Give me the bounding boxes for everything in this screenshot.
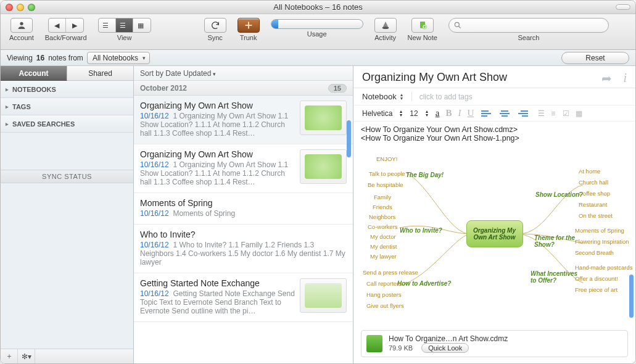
mindmap-leaf: At home	[579, 168, 600, 175]
info-icon[interactable]: i	[623, 71, 627, 86]
note-title: Organizing My Own Art Show	[140, 149, 295, 159]
forward-button[interactable]: ▶	[66, 19, 83, 32]
titlebar: All Notebooks – 16 notes	[1, 1, 635, 14]
sidebar-saved-searches[interactable]: ▸SAVED SEARCHES	[1, 115, 133, 133]
font-select[interactable]: Helvetica	[362, 109, 392, 118]
align-left-button[interactable]	[481, 109, 491, 118]
share-icon[interactable]: ➦	[601, 71, 612, 86]
note-row[interactable]: Getting Started Note Exchange 10/16/12 G…	[134, 273, 353, 322]
sync-status-header[interactable]: SYNC STATUS	[1, 170, 133, 183]
mindmap-leaf: Flowering Inspiration	[575, 238, 629, 245]
minimize-window-button[interactable]	[17, 4, 24, 11]
window-controls	[6, 4, 35, 11]
toolbar-pill-button[interactable]	[616, 4, 630, 10]
underline-button[interactable]: U	[467, 108, 474, 118]
activity-button[interactable]	[374, 18, 397, 33]
mindmap-branch-bigday: The Big Day!	[406, 172, 444, 178]
quick-look-button[interactable]: Quick Look	[421, 343, 469, 353]
attachment-file-icon	[366, 335, 382, 352]
attachment-name: How To Organize…n Art Show.cdmz	[389, 334, 622, 343]
mindmap-leaf: Neighbors	[369, 213, 395, 220]
mindmap-leaf: ENJOY!	[376, 155, 397, 162]
sidebar-footer: ＋ ✻▾	[1, 349, 133, 363]
notebook-select[interactable]: Notebook ▴▾	[362, 92, 403, 101]
usage-bar[interactable]	[271, 19, 363, 29]
main-area: Account Shared ▸NOTEBOOKS ▸TAGS ▸SAVED S…	[1, 66, 635, 363]
view-card-button[interactable]: ▦	[133, 19, 151, 32]
back-button[interactable]: ◀	[49, 19, 66, 32]
backforward-tool: ◀ ▶ Back/Forward	[45, 18, 87, 41]
search-icon	[453, 21, 462, 30]
note-title: Moments of Spring	[140, 198, 347, 208]
viewing-count: 16	[36, 54, 44, 62]
group-count-badge: 15	[328, 84, 347, 93]
view-tool: ☰ ☰ ▦ View	[98, 18, 151, 41]
new-note-button[interactable]	[411, 18, 434, 33]
align-center-button[interactable]	[500, 109, 510, 118]
search-input[interactable]	[448, 18, 609, 33]
sidebar-tab-account[interactable]: Account	[1, 66, 67, 81]
mindmap-leaf: On the street	[579, 212, 613, 219]
settings-gear-button[interactable]: ✻▾	[18, 349, 35, 363]
sidebar-tags[interactable]: ▸TAGS	[1, 98, 133, 115]
trunk-label: Trunk	[240, 34, 257, 41]
mindmap-leaf: Call reporters	[366, 280, 402, 287]
detail-title[interactable]: Organizing My Own Art Show	[362, 71, 627, 84]
trunk-tool: Trunk	[237, 18, 260, 41]
list-scrollbar[interactable]	[347, 120, 351, 157]
close-window-button[interactable]	[6, 4, 13, 11]
zoom-window-button[interactable]	[28, 4, 35, 11]
bullet-list-button[interactable]: ☰	[538, 109, 545, 118]
reset-button[interactable]: Reset	[561, 52, 629, 64]
sync-button[interactable]	[204, 18, 226, 33]
mindmap-leaf: Offer a discount!	[575, 275, 618, 282]
account-tool: Account	[9, 18, 34, 41]
note-items[interactable]: Organizing My Own Art Show 10/16/12 1 Or…	[134, 96, 353, 363]
font-color-button[interactable]: a	[436, 108, 440, 118]
add-button[interactable]: ＋	[1, 349, 18, 363]
trunk-button[interactable]	[237, 18, 260, 33]
sidebar-notebooks-label: NOTEBOOKS	[12, 86, 56, 93]
sidebar-saved-label: SAVED SEARCHES	[12, 120, 75, 128]
note-row[interactable]: Organizing My Own Art Show 10/16/12 1 Or…	[134, 144, 353, 193]
notebook-label: Notebook	[362, 92, 397, 101]
note-thumbnail	[300, 101, 347, 135]
mindmap-leaf: Hang posters	[366, 291, 402, 298]
checkbox-button[interactable]: ☑	[563, 109, 569, 118]
scope-select[interactable]: All Notebooks	[87, 52, 150, 64]
note-thumbnail	[300, 278, 347, 313]
sort-label: Sort by Date Updated	[140, 69, 211, 78]
bold-button[interactable]: B	[445, 108, 452, 118]
view-snippet-button[interactable]: ☰	[116, 19, 133, 32]
table-button[interactable]: ▦	[576, 109, 582, 118]
body-line: <How To Organize Your Own Art Show.cdmz>	[361, 125, 628, 134]
view-list-button[interactable]: ☰	[99, 19, 116, 32]
number-list-button[interactable]: ≡	[551, 109, 555, 118]
note-title: Who to Invite?	[140, 230, 347, 239]
align-buttons	[481, 109, 531, 118]
svg-point-4	[455, 22, 459, 27]
note-title: Organizing My Own Art Show	[140, 101, 295, 110]
note-row[interactable]: Who to Invite? 10/16/12 1 Who to Invite?…	[134, 225, 353, 273]
size-stepper[interactable]: ▴▾	[426, 110, 428, 117]
sidebar-notebooks[interactable]: ▸NOTEBOOKS	[1, 81, 133, 98]
sidebar-tab-shared[interactable]: Shared	[67, 66, 133, 81]
mindmap-leaf: Family	[374, 194, 391, 201]
italic-button[interactable]: I	[458, 108, 461, 118]
size-select[interactable]: 12	[410, 109, 418, 118]
sort-header[interactable]: Sort by Date Updated▾	[134, 66, 353, 81]
note-row[interactable]: Moments of Spring 10/16/12 Moments of Sp…	[134, 193, 353, 225]
tags-input[interactable]: click to add tags	[411, 93, 473, 101]
body-scrollbar[interactable]	[629, 275, 634, 318]
font-stepper[interactable]: ▴▾	[400, 110, 402, 117]
note-row[interactable]: Organizing My Own Art Show 10/16/12 1 Or…	[134, 96, 353, 144]
notebook-tag-row: Notebook ▴▾ click to add tags	[353, 88, 635, 105]
note-body[interactable]: <How To Organize Your Own Art Show.cdmz>…	[353, 122, 635, 330]
mindmap-leaf: My dentist	[370, 243, 397, 250]
account-button[interactable]	[10, 18, 33, 33]
mindmap-leaf: Give out flyers	[366, 302, 404, 309]
svg-point-1	[382, 27, 389, 29]
mindmap-center: Organizing My Own Art Show	[466, 220, 523, 247]
sidebar-tags-label: TAGS	[12, 103, 31, 110]
align-right-button[interactable]	[518, 109, 528, 118]
